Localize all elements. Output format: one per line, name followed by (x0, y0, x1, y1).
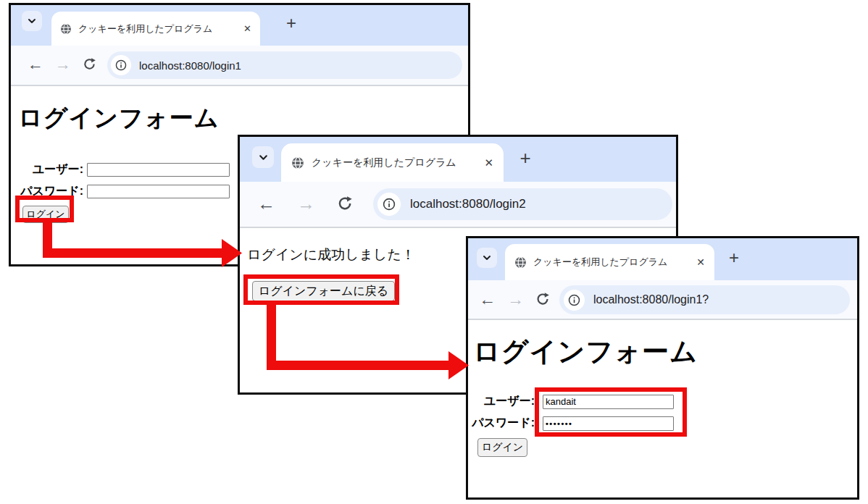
close-tab-icon[interactable]: ✕ (243, 23, 251, 34)
browser-tab[interactable]: クッキーを利用したプログラム ✕ (281, 143, 504, 182)
forward-icon[interactable]: → (297, 195, 315, 213)
chevron-down-icon (27, 16, 37, 26)
globe-favicon-icon (514, 256, 527, 269)
globe-favicon-icon (291, 156, 304, 169)
globe-favicon-icon (60, 23, 72, 35)
user-label: ユーザー: (468, 394, 535, 409)
close-tab-icon[interactable]: ✕ (484, 156, 493, 169)
password-field-row: パスワード: (11, 184, 230, 199)
url-text: localhost:8080/login1? (593, 293, 709, 306)
reload-icon[interactable] (83, 57, 96, 73)
password-label: パスワード: (468, 416, 535, 431)
browser-toolbar: ← → localhost:8080/login1? (468, 280, 857, 320)
url-bar[interactable]: localhost:8080/login1 (107, 51, 462, 79)
close-tab-icon[interactable]: ✕ (696, 256, 705, 268)
browser-toolbar: ← → localhost:8080/login1 (11, 46, 468, 86)
browser-toolbar: ← → localhost:8080/login2 (240, 182, 676, 228)
forward-icon[interactable]: → (55, 56, 71, 72)
tab-strip: クッキーを利用したプログラム ✕ + (468, 238, 857, 280)
browser-tab[interactable]: クッキーを利用したプログラム ✕ (505, 244, 714, 280)
chevron-down-icon (482, 253, 492, 263)
info-icon (383, 198, 396, 211)
user-label: ユーザー: (11, 162, 83, 177)
password-label: パスワード: (11, 184, 83, 199)
password-input[interactable] (87, 185, 230, 198)
tab-search-chevron-button[interactable] (22, 11, 42, 31)
url-text: localhost:8080/login2 (410, 197, 526, 211)
page-title: ログインフォーム (18, 102, 219, 135)
tab-search-chevron-button[interactable] (252, 146, 274, 168)
tab-strip: クッキーを利用したプログラム ✕ + (240, 137, 676, 182)
page-title: ログインフォーム (473, 334, 698, 370)
password-field-row: パスワード: (468, 416, 674, 431)
new-tab-button[interactable]: + (280, 11, 302, 35)
tab-search-chevron-button[interactable] (477, 248, 497, 268)
screenshot-canvas: クッキーを利用したプログラム ✕ + ← → localhost:8080/lo… (0, 0, 868, 504)
user-field-row: ユーザー: (468, 394, 674, 409)
tab-title: クッキーを利用したプログラム (312, 156, 479, 169)
reload-icon[interactable] (535, 292, 550, 308)
site-info-chip[interactable] (564, 290, 585, 311)
page-content: ログインフォーム ユーザー: パスワード: ログイン (468, 320, 857, 497)
login-button[interactable]: ログイン (477, 438, 527, 457)
url-bar[interactable]: localhost:8080/login1? (559, 285, 850, 314)
new-tab-button[interactable]: + (723, 245, 745, 271)
back-icon[interactable]: ← (28, 56, 43, 72)
chevron-down-icon (258, 152, 269, 163)
password-input[interactable] (543, 416, 674, 431)
browser-window-login1-prefilled: クッキーを利用したプログラム ✕ + ← → localhost:8080/lo… (466, 236, 859, 500)
login-success-message: ログインに成功しました！ (247, 245, 415, 264)
tab-strip: クッキーを利用したプログラム ✕ + (11, 5, 468, 46)
new-tab-button[interactable]: + (514, 144, 537, 172)
tab-title: クッキーを利用したプログラム (78, 22, 239, 35)
tab-title: クッキーを利用したプログラム (533, 256, 692, 269)
user-field-row: ユーザー: (11, 162, 230, 177)
browser-tab[interactable]: クッキーを利用したプログラム ✕ (51, 12, 260, 46)
info-icon (115, 59, 127, 71)
reload-icon[interactable] (337, 196, 353, 214)
url-text: localhost:8080/login1 (139, 59, 241, 72)
user-input[interactable] (87, 163, 230, 177)
site-info-chip[interactable] (111, 55, 131, 75)
back-icon[interactable]: ← (257, 195, 275, 213)
login-button[interactable]: ログイン (22, 206, 69, 223)
back-icon[interactable]: ← (479, 291, 496, 308)
back-to-login-form-button[interactable]: ログインフォームに戻る (252, 281, 395, 301)
forward-icon[interactable]: → (507, 291, 524, 308)
user-input[interactable] (543, 395, 674, 409)
url-bar[interactable]: localhost:8080/login2 (373, 188, 672, 220)
info-icon (568, 294, 580, 306)
site-info-chip[interactable] (377, 193, 401, 216)
